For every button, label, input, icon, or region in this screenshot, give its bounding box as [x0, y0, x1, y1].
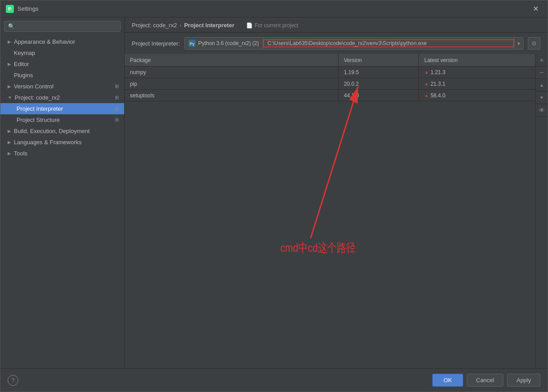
doc-icon: 📄 — [246, 22, 253, 29]
interpreter-path: C:\Users\Lab635\Desktop\code\code_rx2\ve… — [263, 39, 514, 47]
table-body: numpy 1.19.5 ▲1.21.3 pip 20.0.2 ▲21.3.1 — [125, 67, 535, 101]
sidebar-item-label: Appearance & Behavior — [14, 38, 75, 45]
remove-package-button[interactable]: − — [535, 67, 548, 79]
search-box[interactable]: 🔍 — [4, 21, 121, 32]
sidebar: 🔍 ▶ Appearance & Behavior ▶ Keymap ▶ Edi… — [0, 17, 125, 368]
table-row[interactable]: setuptools 44.1.0 ▲58.4.0 — [125, 90, 535, 101]
cell-latest-setuptools: ▲58.4.0 — [419, 90, 535, 101]
interpreter-name: Python 3.6 (code_rx2) (2) — [198, 40, 259, 46]
gear-icon: ⚙ — [531, 40, 537, 47]
help-button[interactable]: ? — [8, 375, 18, 386]
sidebar-item-label: Project Interpreter — [17, 105, 63, 112]
sidebar-item-project-interpreter[interactable]: Project Interpreter ⊞ — [0, 103, 124, 114]
svg-text:P: P — [8, 6, 11, 12]
cell-latest-numpy: ▲1.21.3 — [419, 67, 535, 78]
sidebar-item-plugins[interactable]: ▶ Plugins — [0, 70, 124, 81]
copy-icon: ⊞ — [115, 117, 119, 123]
interpreter-select[interactable]: Py Python 3.6 (code_rx2) (2) C:\Users\La… — [184, 37, 523, 50]
scroll-up-button[interactable]: ▲ — [535, 79, 548, 92]
footer-left: ? — [8, 375, 18, 386]
upgrade-arrow-icon: ▲ — [424, 81, 429, 86]
col-header-latest: Latest version — [419, 54, 535, 66]
sidebar-item-label: Editor — [14, 61, 29, 67]
interpreter-select-left: Py Python 3.6 (code_rx2) (2) — [185, 38, 263, 49]
packages-area: Package Version Latest version num — [125, 54, 548, 368]
sidebar-item-keymap[interactable]: ▶ Keymap — [0, 47, 124, 58]
content-area: Project: code_rx2 › Project Interpreter … — [125, 17, 548, 368]
sidebar-nav: ▶ Appearance & Behavior ▶ Keymap ▶ Edito… — [0, 35, 124, 160]
cell-version-pip: 20.0.2 — [339, 78, 419, 89]
copy-icon: ⊞ — [115, 83, 119, 89]
close-button[interactable]: ✕ — [529, 3, 542, 15]
eye-icon: 👁 — [539, 107, 545, 114]
breadcrumb-project: Project: code_rx2 — [132, 22, 177, 29]
sidebar-item-label: Languages & Frameworks — [14, 139, 82, 146]
arrow-icon: ▶ — [8, 129, 11, 133]
table-header: Package Version Latest version — [125, 54, 535, 67]
main-content: 🔍 ▶ Appearance & Behavior ▶ Keymap ▶ Edi… — [0, 17, 548, 368]
sidebar-item-label: Build, Execution, Deployment — [14, 128, 90, 134]
upgrade-arrow-icon: ▲ — [424, 93, 429, 98]
arrow-icon: ▶ — [8, 140, 11, 145]
arrow-icon: ▶ — [8, 39, 11, 44]
title-bar: P Settings ✕ — [0, 0, 548, 17]
sidebar-item-appearance[interactable]: ▶ Appearance & Behavior — [0, 36, 124, 47]
ok-button[interactable]: OK — [432, 374, 463, 387]
cell-version-setuptools: 44.1.0 — [339, 90, 419, 101]
copy-icon: ⊞ — [115, 106, 119, 112]
interpreter-dropdown[interactable]: ▾ — [514, 38, 523, 49]
table-row[interactable]: pip 20.0.2 ▲21.3.1 — [125, 78, 535, 90]
footer: ? OK Cancel Apply — [0, 368, 548, 392]
cancel-button[interactable]: Cancel — [467, 374, 503, 387]
sidebar-item-label: Project: code_rx2 — [15, 94, 60, 101]
interpreter-label: Project Interpreter: — [132, 40, 180, 47]
sidebar-item-tools[interactable]: ▶ Tools — [0, 148, 124, 159]
upgrade-arrow-icon: ▲ — [424, 70, 429, 75]
scroll-down-button[interactable]: ▼ — [535, 92, 548, 104]
arrow-icon: ▶ — [8, 62, 11, 67]
cell-package-setuptools: setuptools — [125, 90, 339, 101]
cell-package-numpy: numpy — [125, 67, 339, 78]
settings-window: P Settings ✕ 🔍 ▶ Appearance & Behavior ▶ — [0, 0, 548, 392]
copy-icon: ⊞ — [115, 95, 119, 100]
search-icon: 🔍 — [8, 23, 15, 29]
cell-package-pip: pip — [125, 78, 339, 89]
interpreter-row: Project Interpreter: Py Python 3.6 (code… — [125, 33, 548, 54]
search-input[interactable] — [17, 23, 117, 29]
sidebar-item-languages[interactable]: ▶ Languages & Frameworks — [0, 137, 124, 148]
breadcrumb-note-text: For current project — [255, 22, 298, 29]
sidebar-item-version-control[interactable]: ▶ Version Control ⊞ — [0, 81, 124, 92]
arrow-icon: ▼ — [8, 95, 12, 100]
svg-line-5 — [310, 87, 358, 238]
sidebar-item-project[interactable]: ▼ Project: code_rx2 ⊞ — [0, 92, 124, 103]
packages-sidebar-buttons: + − ▲ ▼ 👁 — [535, 54, 548, 368]
breadcrumb-arrow: › — [180, 22, 181, 29]
arrow-icon: ▶ — [8, 151, 11, 156]
breadcrumb-bar: Project: code_rx2 › Project Interpreter … — [125, 17, 548, 33]
sidebar-item-label: Project Structure — [17, 117, 60, 123]
sidebar-item-label: Tools — [14, 150, 27, 157]
breadcrumb-note: 📄 For current project — [246, 22, 298, 29]
interpreter-gear-button[interactable]: ⚙ — [528, 37, 540, 50]
col-header-version: Version — [339, 54, 419, 66]
add-package-button[interactable]: + — [535, 54, 548, 67]
sidebar-item-label: Keymap — [14, 50, 35, 56]
window-title: Settings — [17, 5, 529, 12]
packages-table: Package Version Latest version num — [125, 54, 535, 368]
svg-text:cmd中cd这个路径: cmd中cd这个路径 — [280, 241, 356, 254]
sidebar-item-build[interactable]: ▶ Build, Execution, Deployment — [0, 125, 124, 137]
python-icon: Py — [188, 40, 196, 47]
app-icon: P — [6, 5, 14, 13]
sidebar-item-label: Version Control — [14, 83, 54, 90]
sidebar-item-project-structure[interactable]: Project Structure ⊞ — [0, 114, 124, 125]
apply-button[interactable]: Apply — [507, 374, 540, 387]
arrow-icon: ▶ — [8, 84, 11, 89]
cell-version-numpy: 1.19.5 — [339, 67, 419, 78]
table-row[interactable]: numpy 1.19.5 ▲1.21.3 — [125, 67, 535, 78]
sidebar-item-label: Plugins — [14, 72, 33, 79]
sidebar-item-editor[interactable]: ▶ Editor — [0, 58, 124, 70]
eye-button[interactable]: 👁 — [535, 104, 548, 117]
col-header-package: Package — [125, 54, 339, 66]
footer-right: OK Cancel Apply — [432, 374, 540, 387]
breadcrumb-current: Project Interpreter — [184, 22, 234, 29]
